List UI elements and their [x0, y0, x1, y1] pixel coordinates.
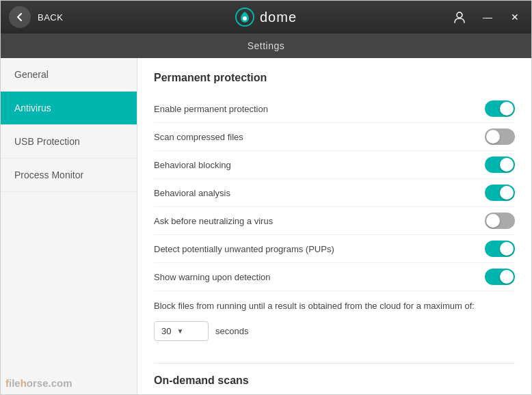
- sidebar-item-usb-protection[interactable]: USB Protection: [1, 125, 137, 159]
- toggle-track-scan-compressed-pp[interactable]: [485, 128, 515, 145]
- cloud-block-text: Block files from running until a result …: [154, 299, 482, 313]
- dropdown-arrow-icon: ▼: [176, 327, 183, 335]
- sidebar-item-process-monitor[interactable]: Process Monitor: [1, 159, 137, 192]
- logo-area: dome: [235, 8, 297, 27]
- toggle-scan-compressed-pp[interactable]: [485, 128, 515, 145]
- main-layout: General Antivirus USB Protection Process…: [1, 58, 531, 395]
- toggle-thumb-show-warning: [500, 270, 514, 284]
- section-divider-1: [154, 363, 515, 364]
- toggle-thumb-detect-pups-pp: [500, 242, 514, 256]
- toggle-track-ask-neutralize[interactable]: [485, 213, 515, 229]
- svg-point-1: [243, 16, 247, 21]
- toggle-thumb-behavioral-analysis: [500, 186, 514, 200]
- setting-row-behavioral-analysis: Behavioral analysis: [154, 179, 515, 207]
- title-bar-left: BACK: [9, 6, 63, 28]
- dropdown-value: 30: [161, 326, 171, 336]
- setting-label-show-warning: Show warning upon detection: [154, 272, 485, 282]
- toggle-enable-permanent[interactable]: [485, 100, 515, 117]
- toggle-show-warning[interactable]: [485, 269, 515, 285]
- setting-label-ask-neutralize: Ask before neutralizing a virus: [154, 216, 485, 226]
- logo-text: dome: [260, 10, 297, 25]
- toggle-detect-pups-pp[interactable]: [485, 241, 515, 257]
- setting-row-enable-permanent: Enable permanent protection: [154, 95, 515, 123]
- cloud-timeout-dropdown[interactable]: 30 ▼: [154, 321, 209, 341]
- close-button[interactable]: ✕: [507, 9, 523, 25]
- dropdown-row: 30 ▼ seconds: [154, 321, 515, 341]
- toggle-track-behavioral-blocking[interactable]: [485, 156, 515, 173]
- toggle-behavioral-blocking[interactable]: [485, 156, 515, 173]
- sidebar: General Antivirus USB Protection Process…: [1, 58, 137, 395]
- svg-point-2: [457, 12, 462, 18]
- toggle-track-show-warning[interactable]: [485, 269, 515, 285]
- setting-label-enable-permanent: Enable permanent protection: [154, 104, 485, 114]
- back-button[interactable]: [9, 6, 31, 28]
- toggle-thumb-ask-neutralize: [486, 214, 500, 228]
- on-demand-scans-heading: On-demand scans: [154, 374, 515, 387]
- permanent-protection-heading: Permanent protection: [154, 72, 515, 84]
- user-button[interactable]: [451, 8, 468, 26]
- dome-logo-icon: [235, 8, 254, 27]
- minimize-button[interactable]: —: [479, 9, 496, 25]
- content-area: Permanent protection Enable permanent pr…: [137, 58, 531, 395]
- sidebar-item-antivirus[interactable]: Antivirus: [1, 92, 137, 125]
- seconds-label: seconds: [215, 326, 248, 336]
- setting-label-behavioral-blocking: Behavioral blocking: [154, 160, 485, 170]
- toggle-track-detect-pups-pp[interactable]: [485, 241, 515, 257]
- setting-label-scan-compressed-pp: Scan compressed files: [154, 132, 485, 142]
- cloud-block: Block files from running until a result …: [154, 291, 515, 352]
- toggle-thumb-behavioral-blocking: [500, 158, 514, 172]
- settings-header: Settings: [1, 33, 531, 58]
- setting-row-scan-compressed-pp: Scan compressed files: [154, 123, 515, 151]
- setting-row-show-warning: Show warning upon detection: [154, 263, 515, 291]
- title-bar: BACK dome — ✕: [1, 1, 531, 33]
- setting-label-detect-pups-pp: Detect potentially unwanted programs (PU…: [154, 244, 485, 254]
- setting-label-behavioral-analysis: Behavioral analysis: [154, 188, 485, 198]
- setting-row-detect-pups-pp: Detect potentially unwanted programs (PU…: [154, 235, 515, 263]
- toggle-track-behavioral-analysis[interactable]: [485, 185, 515, 201]
- setting-row-behavioral-blocking: Behavioral blocking: [154, 151, 515, 179]
- toggle-behavioral-analysis[interactable]: [485, 185, 515, 201]
- toggle-thumb-scan-compressed-pp: [486, 130, 500, 144]
- toggle-thumb-enable-permanent: [500, 102, 514, 115]
- settings-title: Settings: [248, 40, 285, 51]
- toggle-ask-neutralize[interactable]: [485, 213, 515, 229]
- title-bar-right: — ✕: [451, 8, 523, 26]
- setting-row-ask-neutralize: Ask before neutralizing a virus: [154, 207, 515, 235]
- sidebar-item-general[interactable]: General: [1, 58, 137, 92]
- back-label: BACK: [38, 12, 63, 23]
- toggle-track-enable-permanent[interactable]: [485, 100, 515, 117]
